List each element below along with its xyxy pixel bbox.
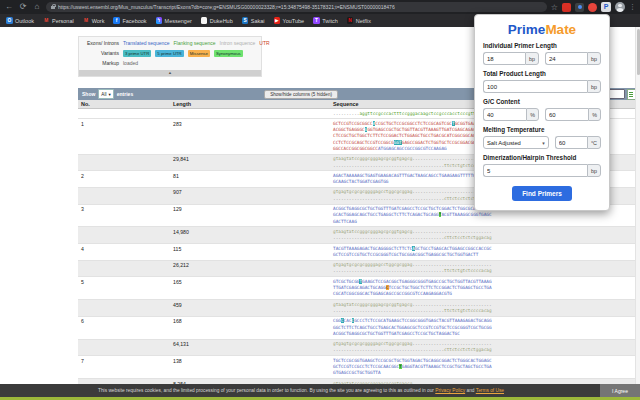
field-total-product-length: Total Product Lengthbp [483, 70, 601, 93]
cell-no: 1 [78, 121, 170, 152]
bookmark-label: Twitch [322, 18, 338, 24]
field-label: Total Product Length [483, 70, 601, 77]
show-hide-columns-button[interactable]: Show/hide columns (5 hidden) [264, 90, 338, 99]
cell-no [78, 229, 170, 242]
cell-length: 26,212 [170, 262, 330, 275]
unit-addon: bp [587, 164, 601, 177]
bookmark-facebook[interactable]: fFacebook [113, 17, 146, 24]
legend-item-utr[interactable]: UTR [259, 40, 269, 46]
bookmark-work[interactable]: MWork [83, 17, 105, 24]
input-group: bp [483, 52, 539, 65]
chevron-down-icon: ▾ [108, 92, 110, 97]
cookie-banner: This website requires cookies, and the l… [0, 384, 640, 397]
table-row-exon-7: 7138TGCTCCGCGGTGAAGCTCCGCGCTGCTGGTAGACTG… [78, 356, 640, 379]
bookmark-label: DukeHub [210, 18, 233, 24]
home-icon[interactable]: ⌂ [32, 0, 42, 14]
bookmark-personal[interactable]: MPersonal [43, 17, 74, 24]
melting-formula-select[interactable]: Salt Adjusted▾ [483, 136, 549, 149]
field-label: Dimerization/Hairpin Threshold [483, 154, 601, 161]
profile-avatar[interactable] [615, 2, 625, 12]
table-row-intron-6: 14,980gtaagtatccgggcgggagcgcggtgagcg....… [78, 227, 640, 244]
legend-markup-label: Markup [79, 60, 119, 66]
variant-badge-3-prime-utr[interactable]: 3 prime UTR [123, 50, 151, 57]
bookmark-dukehub[interactable]: DukeHub [201, 17, 233, 24]
cell-no: 5 [78, 279, 170, 298]
variant-badge-synonymous[interactable]: Synonymous [214, 50, 243, 57]
input-group: % [483, 108, 539, 121]
primemate-extension-icon[interactable]: P [601, 2, 611, 12]
variant-badge-5-prime-utr[interactable]: 5 prime UTR [155, 50, 183, 57]
cell-length: 29,841 [170, 156, 330, 169]
cell-no: 7 [78, 358, 170, 377]
netflix-favicon: N [347, 17, 354, 24]
browser-menu-icon[interactable]: ⋮ [629, 3, 636, 11]
cookie-text: This website requires cookies, and the l… [98, 388, 435, 393]
input-group: % [545, 108, 601, 121]
browser-actions: ☆ P ⋮ [551, 2, 636, 12]
field-dimerization-hairpin-threshold: Dimerization/Hairpin Thresholdbp [483, 154, 601, 177]
cell-length: 168 [170, 318, 330, 337]
bookmark-twitch[interactable]: TTwitch [313, 17, 338, 24]
twitch-favicon: T [313, 17, 320, 24]
bookmark-netflix[interactable]: NNetflix [347, 17, 371, 24]
primemate-popup: PrimeMate Individual Primer LengthbpbpTo… [474, 14, 610, 211]
bookmark-sakai[interactable]: SSakai [242, 17, 265, 24]
cell-length: 907 [170, 189, 330, 202]
cell-length: 81 [170, 173, 330, 186]
collapse-up-icon: ▲ [168, 70, 172, 76]
bookmark-youtube[interactable]: ▶YouTube [274, 17, 305, 24]
cell-length: 129 [170, 206, 330, 225]
url-text[interactable]: https://uswest.ensembl.org/Mus_musculus/… [58, 4, 395, 10]
extension-icon-2[interactable] [575, 3, 584, 12]
col-header-length[interactable]: Length [170, 101, 330, 107]
cell-no [78, 189, 170, 202]
page-scrollbar[interactable] [635, 27, 640, 384]
value-input[interactable] [545, 52, 587, 65]
cell-sequence: TACGTTAAAGAGACTGCAGGGGCTCTTCTCAGCTGCCTGA… [330, 246, 640, 259]
value-input[interactable] [555, 136, 587, 149]
value-input[interactable] [545, 108, 588, 121]
bookmark-outlook[interactable]: OOutlook [6, 17, 34, 24]
bookmark-messenger[interactable]: ϟMessenger [156, 17, 192, 24]
cell-no: 6 [78, 318, 170, 337]
cell-length: 115 [170, 246, 330, 259]
value-input[interactable] [483, 80, 587, 93]
privacy-policy-link[interactable]: Privacy Policy [435, 388, 465, 393]
outlook-favicon: O [6, 17, 13, 24]
value-input[interactable] [483, 52, 525, 65]
extension-icon-1[interactable] [562, 3, 571, 12]
legend-item-intron-sequence[interactable]: Intron sequence [220, 40, 256, 46]
back-icon[interactable]: ← [4, 0, 14, 14]
input-group: bp [483, 80, 601, 93]
facebook-favicon: f [113, 17, 120, 24]
entries-label: entries [117, 91, 133, 97]
field-g-c-content: G/C Content%% [483, 98, 601, 121]
legend-item-flanking-sequence[interactable]: Flanking sequence [174, 40, 216, 46]
col-header-no[interactable]: No. [78, 101, 170, 107]
i-agree-button[interactable]: I Agree [600, 384, 640, 397]
cell-no [78, 302, 170, 315]
refresh-icon[interactable]: ⟳ [18, 0, 28, 14]
cell-length: 64,131 [170, 341, 330, 354]
table-row-exon-4: 4115TACGTTAAAGAGACTGCAGGGGCTCTTCTCAGCTGC… [78, 244, 640, 261]
value-input[interactable] [483, 164, 587, 177]
title-prime: Prime [508, 22, 546, 37]
bookmark-star-icon[interactable]: ☆ [551, 3, 558, 12]
cell-sequence: gtaagtatccgggcgggagcgcggtgagcg..........… [330, 229, 640, 242]
find-primers-button[interactable]: Find Primers [512, 186, 572, 201]
extension-icon-3[interactable] [588, 3, 597, 12]
collapse-panel-bar[interactable]: ▲ [79, 70, 261, 76]
terms-of-use-link[interactable]: Terms of Use [476, 388, 504, 393]
legend-item-translated-sequence[interactable]: Translated sequence [123, 40, 170, 46]
messenger-favicon: ϟ [156, 17, 163, 24]
browser-toolbar: ← ⟳ ⌂ https://uswest.ensembl.org/Mus_mus… [0, 0, 640, 14]
field-label: Individual Primer Length [483, 42, 601, 49]
value-input[interactable] [483, 108, 526, 121]
entries-select[interactable]: All ▾ [98, 89, 113, 99]
input-group: °C [555, 136, 601, 149]
title-mate: Mate [545, 22, 576, 37]
cell-no: 3 [78, 206, 170, 225]
cell-no [78, 341, 170, 354]
address-bar[interactable]: https://uswest.ensembl.org/Mus_musculus/… [46, 2, 547, 12]
variant-badge-missense[interactable]: Missense [188, 50, 210, 57]
